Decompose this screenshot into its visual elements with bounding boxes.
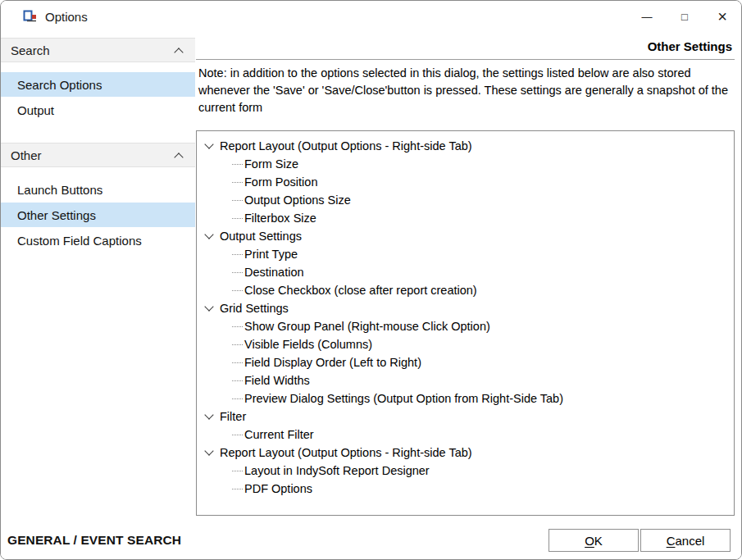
tree-leaf-field-display-order-left-to-right[interactable]: Field Display Order (Left to Right) [197,353,734,371]
tree-leaf-label: PDF Options [244,482,312,495]
tree-connector-line [232,326,243,327]
tree-leaf-visible-fields-columns[interactable]: Visible Fields (Columns) [197,335,734,353]
chevron-down-icon[interactable] [204,302,213,311]
main-panel: Other Settings Note: in addition to the … [195,32,741,525]
tree-connector-line [232,435,243,435]
settings-tree: Report Layout (Output Options - Right-si… [196,130,735,516]
close-button[interactable]: × [703,1,741,32]
maximize-icon: □ [681,11,688,22]
tree-connector-line [232,164,243,165]
tree-connector-line [232,182,243,183]
tree-connector-line [232,272,243,273]
maximize-button[interactable]: □ [666,1,703,32]
tree-leaf-label: Filterbox Size [244,212,316,225]
tree-leaf-field-widths[interactable]: Field Widths [197,371,734,389]
tree-leaf-label: Preview Dialog Settings (Output Option f… [244,392,563,405]
minimize-button[interactable]: — [628,1,666,32]
footer-buttons: OK Cancel [549,529,731,552]
note-text: Note: in addition to the options selecte… [196,60,735,116]
sidebar-item-other-settings[interactable]: Other Settings [1,203,195,227]
tree-leaf-label: Current Filter [244,428,314,441]
tree-leaf-label: Destination [244,266,304,279]
titlebar: Options — □ × [1,1,741,32]
tree-leaf-form-size[interactable]: Form Size [197,155,734,173]
chevron-down-icon[interactable] [204,410,213,419]
sidebar-section-header-search[interactable]: Search [1,38,195,62]
tree-leaf-form-position[interactable]: Form Position [197,173,734,191]
chevron-up-icon [174,48,183,57]
section-label: Search [11,43,175,57]
tree-connector-line [232,290,243,291]
status-text: GENERAL / EVENT SEARCH [7,533,181,548]
tree-leaf-label: Visible Fields (Columns) [244,338,372,351]
tree-leaf-label: Form Position [244,175,317,189]
chevron-down-icon[interactable] [204,446,213,455]
tree-leaf-close-checkbox-close-after-report-creation[interactable]: Close Checkbox (close after report creat… [197,281,734,299]
sidebar-section-other: OtherLaunch ButtonsOther SettingsCustom … [1,143,195,253]
chevron-down-icon[interactable] [204,230,213,239]
tree-node-report-layout-output-options-right-side-tab[interactable]: Report Layout (Output Options - Right-si… [197,137,734,155]
sidebar-item-search-options[interactable]: Search Options [1,72,195,97]
window-controls: — □ × [628,1,741,32]
window-title: Options [45,10,88,24]
tree-connector-line [232,489,243,489]
tree-leaf-destination[interactable]: Destination [197,263,734,281]
sidebar: SearchSearch OptionsOutputOtherLaunch Bu… [1,32,195,525]
tree-connector-line [232,218,243,219]
tree-node-label: Filter [220,410,246,423]
tree-connector-line [232,471,243,471]
tree-node-label: Report Layout (Output Options - Right-si… [220,139,472,153]
dialog-body: SearchSearch OptionsOutputOtherLaunch Bu… [1,32,741,525]
tree-leaf-preview-dialog-settings-output-option-from-right-side-tab[interactable]: Preview Dialog Settings (Output Option f… [197,389,734,407]
section-label: Other [11,148,175,162]
cancel-button[interactable]: Cancel [640,529,731,552]
sidebar-section-search: SearchSearch OptionsOutput [1,38,195,122]
tree-leaf-print-type[interactable]: Print Type [197,245,734,263]
sidebar-item-custom-field-captions[interactable]: Custom Field Captions [1,228,195,253]
chevron-down-icon[interactable] [204,139,213,148]
tree-connector-line [232,380,243,381]
close-icon: × [717,8,727,25]
tree-node-label: Grid Settings [220,302,289,315]
tree-node-label: Report Layout (Output Options - Right-si… [220,446,472,459]
chevron-up-icon [174,153,183,162]
tree-leaf-show-group-panel-right-mouse-click-option[interactable]: Show Group Panel (Right-mouse Click Opti… [197,317,734,335]
sidebar-item-output[interactable]: Output [1,98,195,122]
sidebar-item-launch-buttons[interactable]: Launch Buttons [1,177,195,202]
minimize-icon: — [642,11,653,22]
tree-node-filter[interactable]: Filter [197,407,734,426]
tree-leaf-pdf-options[interactable]: PDF Options [197,480,734,498]
tree-node-label: Output Settings [220,230,302,243]
page-title: Other Settings [196,32,735,60]
sidebar-section-header-other[interactable]: Other [1,143,195,167]
tree-connector-line [232,344,243,345]
tree-leaf-layout-in-indysoft-report-designer[interactable]: Layout in IndySoft Report Designer [197,462,734,480]
tree-connector-line [232,362,243,363]
tree-leaf-label: Field Widths [244,374,310,387]
tree-node-output-settings[interactable]: Output Settings [197,227,734,245]
tree-leaf-output-options-size[interactable]: Output Options Size [197,191,734,209]
footer: GENERAL / EVENT SEARCH OK Cancel [1,525,741,559]
tree-connector-line [232,200,243,201]
tree-leaf-label: Field Display Order (Left to Right) [244,356,421,369]
tree-leaf-label: Print Type [244,248,298,261]
tree-connector-line [232,254,243,255]
tree-leaf-label: Output Options Size [244,193,351,207]
tree-node-report-layout-output-options-right-side-tab[interactable]: Report Layout (Output Options - Right-si… [197,444,734,462]
tree-leaf-label: Form Size [244,157,298,171]
tree-node-grid-settings[interactable]: Grid Settings [197,299,734,317]
tree-leaf-label: Close Checkbox (close after report creat… [244,284,477,297]
ok-button[interactable]: OK [549,529,639,552]
tree-leaf-label: Show Group Panel (Right-mouse Click Opti… [244,320,490,333]
tree-leaf-current-filter[interactable]: Current Filter [197,426,734,444]
tree-leaf-label: Layout in IndySoft Report Designer [244,464,430,477]
tree-connector-line [232,398,243,399]
options-dialog: Options — □ × SearchSearch OptionsOutput… [0,0,742,560]
tree-leaf-filterbox-size[interactable]: Filterbox Size [197,209,734,227]
app-icon [23,10,38,23]
